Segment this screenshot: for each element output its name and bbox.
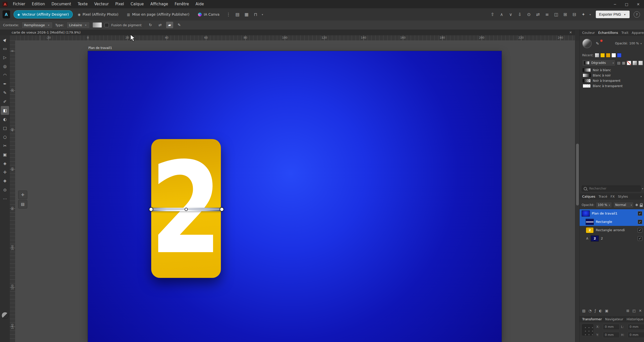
- anchor-point-selector[interactable]: [582, 324, 593, 335]
- menu-item-fenetre[interactable]: Fenêtre: [171, 0, 192, 8]
- recent-swatch[interactable]: [617, 53, 622, 58]
- no-fill-swatch[interactable]: [627, 61, 631, 65]
- close-button[interactable]: ✕: [632, 0, 644, 8]
- x-field[interactable]: 0 mm: [603, 324, 620, 330]
- tab-historique[interactable]: Historique: [627, 317, 643, 321]
- swatch-opacity-control[interactable]: Opacité: 100 % ▾: [615, 42, 642, 45]
- menu-item-vecteur[interactable]: Vecteur: [91, 0, 112, 8]
- w-field[interactable]: 0 mm: [628, 324, 644, 330]
- search-input[interactable]: [589, 187, 639, 191]
- grid-mode-icon[interactable]: ▦: [243, 10, 250, 19]
- tab-fx[interactable]: FX: [610, 195, 614, 198]
- assistant-chevron-icon[interactable]: ▾: [589, 13, 592, 16]
- layer-row-rounded-rectangle[interactable]: 2 Rectangle arrondi ✓: [580, 226, 644, 234]
- tab-couleur[interactable]: Couleur: [582, 31, 595, 35]
- insert-inside-icon[interactable]: ⊞: [561, 10, 569, 19]
- adjustment-icon[interactable]: ◔: [588, 309, 591, 313]
- menu-item-edition[interactable]: Edition: [29, 0, 48, 8]
- maximize-button[interactable]: □: [621, 0, 632, 8]
- recent-swatch[interactable]: [611, 53, 616, 58]
- view-tool[interactable]: ❖: [1, 177, 9, 186]
- rotate-gradient-icon[interactable]: ↻: [147, 22, 154, 28]
- insert-behind-icon[interactable]: ◫: [552, 10, 560, 19]
- contour-tool[interactable]: ◎: [1, 62, 9, 71]
- alignment-icon[interactable]: ≡: [543, 10, 551, 19]
- menu-item-texte[interactable]: Texte: [74, 0, 91, 8]
- snapping-chevron-icon[interactable]: ▾: [261, 13, 264, 16]
- node-tool[interactable]: ▷: [1, 53, 9, 62]
- move-to-front-icon[interactable]: ⇧: [489, 10, 496, 19]
- menu-item-calque[interactable]: Calque: [127, 0, 147, 8]
- layer-row-rectangle[interactable]: Rectangle ✓: [580, 218, 644, 226]
- tab-trace[interactable]: Tracé: [599, 195, 607, 198]
- fill-context-dropdown[interactable]: Remplissage ▾: [21, 22, 53, 29]
- place-image-tool[interactable]: ▣: [1, 150, 9, 159]
- document-tab[interactable]: carte de voeux 2026-1 [Modifié] (179.9%): [0, 31, 85, 34]
- artboard[interactable]: [88, 51, 502, 342]
- reverse-gradient-icon[interactable]: ⇄: [157, 22, 164, 28]
- ruler-corner[interactable]: [10, 35, 15, 41]
- gradient-start-handle[interactable]: [149, 207, 153, 212]
- edit-gradient-button[interactable]: ▰: [166, 22, 173, 28]
- snapping-magnet-icon[interactable]: ⊓: [252, 10, 259, 19]
- swatch-category-dropdown[interactable]: Dégradés ▾: [582, 60, 615, 66]
- pen-tool[interactable]: ✒: [1, 80, 9, 88]
- mirror-icon[interactable]: ⇄: [534, 10, 542, 19]
- h-field[interactable]: 0 mm: [628, 332, 644, 338]
- scrollbar-thumb[interactable]: [576, 144, 579, 205]
- gradient-preset-item[interactable]: Noir à blanc: [580, 67, 644, 73]
- move-backward-icon[interactable]: ∨: [507, 10, 514, 19]
- tab-trait[interactable]: Trait: [621, 31, 628, 35]
- toolbar-overflow-icon[interactable]: ⋮: [224, 10, 232, 19]
- horizontal-ruler[interactable]: -20020406080100120140160180200220240: [15, 35, 575, 41]
- fill-stroke-indicator[interactable]: [2, 312, 9, 319]
- zoom-tool[interactable]: ⊙: [1, 186, 9, 194]
- fill-gradient-tool[interactable]: ◧: [1, 106, 9, 115]
- layer-row-text[interactable]: A 2 2 ✓: [580, 234, 644, 243]
- vertical-ruler[interactable]: 020406080100120140: [10, 40, 15, 342]
- move-to-back-icon[interactable]: ⇩: [516, 10, 524, 19]
- style-picker-tool[interactable]: ◈: [1, 159, 9, 168]
- tab-calques[interactable]: Calques: [582, 195, 595, 198]
- pages-icon[interactable]: ▤: [234, 10, 241, 19]
- gradient-midpoint-handle[interactable]: [185, 208, 188, 211]
- more-tools-button[interactable]: ⋯: [1, 194, 9, 203]
- delete-layer-icon[interactable]: ✕: [639, 309, 642, 313]
- search-box[interactable]: [582, 186, 641, 192]
- canvas-vertical-scrollbar[interactable]: [575, 40, 580, 342]
- gradient-preview-swatch[interactable]: [92, 22, 102, 28]
- move-forward-icon[interactable]: ∧: [498, 10, 505, 19]
- vector-crop-tool[interactable]: ✂: [1, 141, 9, 150]
- add-layer-icon[interactable]: ◰: [632, 309, 636, 313]
- panel-chevron-icon[interactable]: ▾: [642, 187, 643, 190]
- gradient-end-handle[interactable]: [220, 207, 224, 212]
- close-document-icon[interactable]: ✕: [569, 31, 572, 34]
- assistant-icon[interactable]: ✦: [580, 10, 587, 19]
- visibility-checkbox[interactable]: ✓: [638, 220, 642, 224]
- pigment-blend-checkbox[interactable]: [105, 23, 109, 27]
- mask-icon[interactable]: ◐: [599, 309, 602, 313]
- recent-swatch[interactable]: [600, 53, 605, 58]
- add-group-icon[interactable]: ⊞: [626, 309, 629, 313]
- color-sampler-button[interactable]: ✛: [18, 191, 27, 199]
- live-filter-icon[interactable]: ƒ: [595, 309, 596, 313]
- blend-mode-dropdown[interactable]: Normal ▾: [613, 202, 634, 208]
- tab-apparence[interactable]: Apparence: [632, 31, 644, 35]
- color-picker-icon[interactable]: ✎: [596, 41, 599, 46]
- crop-mask-icon[interactable]: ▣: [605, 309, 608, 313]
- gradient-swatch[interactable]: [633, 61, 637, 65]
- visibility-checkbox[interactable]: ✓: [638, 228, 642, 232]
- gradient-preset-item[interactable]: Noir à transparent: [580, 78, 644, 83]
- tab-styles[interactable]: Styles: [618, 195, 628, 198]
- panel-chevron-icon[interactable]: ▾: [640, 195, 642, 198]
- lock-icon[interactable]: [640, 205, 643, 207]
- artboard-tool[interactable]: ▭: [1, 44, 9, 53]
- canvas-viewport[interactable]: Plan de travail1 2 ✛ ▤: [15, 40, 575, 342]
- tab-transformer[interactable]: Transformer: [582, 317, 602, 321]
- menu-item-document[interactable]: Document: [48, 0, 74, 8]
- artboard-label[interactable]: Plan de travail1: [88, 46, 112, 50]
- gradient-preset-item[interactable]: Blanc à noir: [580, 73, 644, 78]
- menu-item-aide[interactable]: Aide: [192, 0, 207, 8]
- current-color-swatch[interactable]: [582, 39, 592, 48]
- gradient-preset-item[interactable]: Blanc à transparent: [580, 83, 644, 89]
